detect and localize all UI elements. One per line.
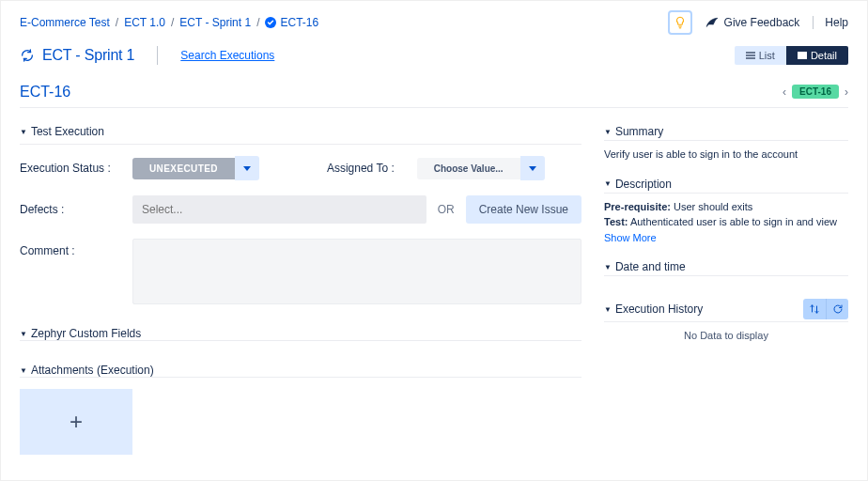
history-sort-button[interactable] [803,299,826,319]
breadcrumb-item-2[interactable]: ECT 1.0 [124,16,165,29]
sort-icon [809,303,820,315]
assigned-to-label: Assigned To : [327,162,395,175]
chevron-down-icon: ▼ [604,179,612,188]
chevron-down-icon [529,166,536,171]
exec-status-dropdown[interactable] [235,156,259,180]
row-comment: Comment : [20,239,581,304]
section-summary: ▼ Summary Verify user is able to sign in… [604,125,848,164]
prereq-label: Pre-requisite: [604,201,671,212]
check-circle-icon [265,17,276,28]
section-description: ▼ Description Pre-requisite: User should… [604,178,848,248]
test-label: Test: [604,216,628,227]
list-view-button[interactable]: List [735,46,786,65]
plus-icon: + [70,409,83,435]
section-history-toggle[interactable]: ▼ Execution History [604,303,703,316]
issue-badge[interactable]: ECT-16 [792,85,839,99]
section-zephyr-custom[interactable]: ▼ Zephyr Custom Fields [20,327,581,340]
divider [20,144,581,145]
comment-input[interactable] [132,239,581,304]
search-executions-link[interactable]: Search Executions [180,49,274,62]
exec-status-value: UNEXECUTED [132,158,235,179]
row-defects: Defects : OR Create New Issue [20,195,581,224]
view-toggle: List Detail [735,46,848,65]
defects-label: Defects : [20,203,121,216]
history-actions [803,299,848,319]
topbar: E-Commerce Test / ECT 1.0 / ECT - Sprint… [20,1,848,39]
breadcrumb: E-Commerce Test / ECT 1.0 / ECT - Sprint… [20,16,318,29]
exec-status-select[interactable]: UNEXECUTED [132,156,259,180]
section-attachments[interactable]: ▼ Attachments (Execution) [20,364,581,377]
issue-key-row: ECT-16 ‹ ECT-16 › [20,76,848,108]
give-feedback-label: Give Feedback [724,16,800,29]
detail-view-button[interactable]: Detail [786,46,848,65]
section-datetime-toggle[interactable]: ▼ Date and time [604,260,686,273]
lightbulb-icon [674,16,687,29]
section-datetime-label: Date and time [615,260,686,273]
breadcrumb-item-3[interactable]: ECT - Sprint 1 [179,16,251,29]
chevron-down-icon [243,166,251,171]
chevron-down-icon: ▼ [20,366,27,375]
feather-icon [705,17,719,28]
section-attachments-label: Attachments (Execution) [31,364,154,377]
issue-key[interactable]: ECT-16 [20,84,70,101]
title-left: ECT - Sprint 1 Search Executions [20,46,274,65]
exec-status-label: Execution Status : [20,162,121,175]
section-summary-toggle[interactable]: ▼ Summary [604,125,663,138]
list-view-label: List [759,50,775,61]
section-history-label: Execution History [615,303,703,316]
section-description-toggle[interactable]: ▼ Description [604,178,672,191]
summary-text: Verify user is able to sign in to the ac… [604,141,848,164]
body: ▼ Test Execution Execution Status : UNEX… [20,125,848,455]
prev-issue-button[interactable]: ‹ [783,85,786,99]
detail-view-label: Detail [811,50,837,61]
show-more-link[interactable]: Show More [604,232,657,243]
divider [20,377,581,378]
chevron-down-icon: ▼ [604,263,612,272]
sprint-title[interactable]: ECT - Sprint 1 [42,47,134,64]
breadcrumb-sep: / [256,16,259,29]
title-row: ECT - Sprint 1 Search Executions List De… [20,39,848,72]
next-issue-button[interactable]: › [845,85,848,99]
section-zephyr-custom-label: Zephyr Custom Fields [31,327,141,340]
breadcrumb-sep: / [171,16,174,29]
help-link[interactable]: Help [813,16,848,29]
detail-icon [798,52,807,59]
assigned-to-select[interactable]: Choose Value... [417,156,545,180]
row-exec-status: Execution Status : UNEXECUTED Assigned T… [20,156,581,180]
breadcrumb-item-1[interactable]: E-Commerce Test [20,16,110,29]
cycle-icon [20,48,35,63]
list-icon [746,52,755,59]
chevron-down-icon: ▼ [20,330,27,338]
breadcrumb-current-text: ECT-16 [280,16,318,29]
breadcrumb-current: ECT-16 [265,16,318,29]
issue-nav: ‹ ECT-16 › [783,85,848,99]
comment-label: Comment : [20,239,121,257]
add-attachment-button[interactable]: + [20,389,132,455]
section-description-label: Description [615,178,672,191]
breadcrumb-sep: / [116,16,118,29]
history-refresh-button[interactable] [826,299,848,319]
or-text: OR [438,203,455,216]
give-feedback-link[interactable]: Give Feedback [705,16,800,29]
test-value: Authenticated user is able to sign in an… [628,216,837,227]
assigned-to-dropdown[interactable] [520,156,545,180]
chevron-down-icon: ▼ [20,128,27,136]
chevron-down-icon: ▼ [604,128,612,136]
hints-button[interactable] [668,10,692,35]
divider [20,340,581,341]
svg-rect-6 [798,52,807,59]
section-test-execution[interactable]: ▼ Test Execution [20,125,581,138]
divider [157,46,158,65]
prereq-value: User should exits [671,201,752,212]
section-test-execution-label: Test Execution [31,125,104,138]
history-empty: No Data to display [604,322,848,349]
defects-input[interactable] [132,195,426,224]
app-root: E-Commerce Test / ECT 1.0 / ECT - Sprint… [0,0,868,481]
assigned-to-value: Choose Value... [417,158,520,179]
chevron-down-icon: ▼ [604,305,612,314]
section-summary-label: Summary [615,125,663,138]
right-column: ▼ Summary Verify user is able to sign in… [604,125,848,455]
left-column: ▼ Test Execution Execution Status : UNEX… [20,125,604,455]
create-new-issue-button[interactable]: Create New Issue [466,195,581,224]
section-datetime: ▼ Date and time [604,260,848,276]
